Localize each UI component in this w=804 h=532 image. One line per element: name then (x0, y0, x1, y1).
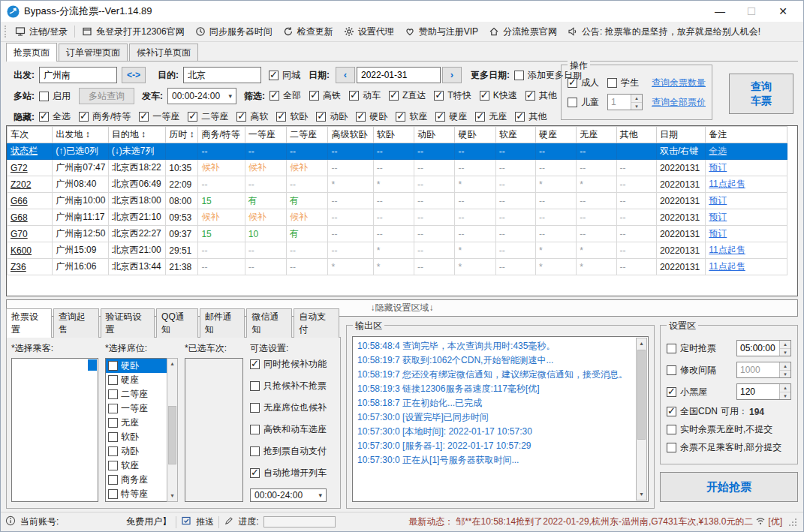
table-row[interactable]: G68广州南11:17北京西21:1009:53候补候补候补----------… (8, 209, 787, 226)
column-header[interactable]: 其他 (616, 127, 656, 143)
checkbox-K快速[interactable]: K快速 (480, 89, 517, 102)
toolbar-item-1[interactable]: 注销/登录 (10, 23, 73, 41)
column-header[interactable]: 硬卧 (455, 127, 495, 143)
table-row[interactable]: K600广州15:09北京西21:0029:51--------*--*--**… (8, 242, 787, 259)
child-count-stepper[interactable]: ▴▾ (607, 94, 643, 110)
checkbox-全部[interactable]: 全部 (270, 89, 301, 102)
scroll-up-icon[interactable]: ▴ (170, 359, 173, 369)
checkbox-T特快[interactable]: T特快 (434, 89, 471, 102)
checkbox-box[interactable] (108, 361, 118, 371)
toolbar-item-7[interactable]: 分流抢票官网 (483, 23, 562, 41)
scroll-down-icon[interactable]: ▾ (640, 489, 643, 500)
checkbox-box[interactable] (250, 425, 260, 434)
checkbox-box[interactable] (667, 365, 676, 375)
column-header[interactable]: 高级软卧 (328, 127, 373, 143)
checkbox-box[interactable] (667, 407, 676, 416)
timed-grab-stepper[interactable]: ▴▾ (736, 340, 791, 356)
tab-settings-5[interactable]: 邮件通知 (200, 308, 245, 338)
partial-submit-checkbox[interactable]: 余票不足乘客时,部分提交 (667, 441, 781, 454)
column-header[interactable]: 备注 (706, 127, 787, 143)
depart-input[interactable] (39, 67, 117, 83)
seat-option-二等座[interactable]: 二等座 (106, 387, 167, 401)
date-prev-button[interactable]: ‹ (336, 67, 355, 83)
seat-option-无座[interactable]: 无座 (106, 416, 167, 430)
date-input[interactable] (357, 67, 441, 83)
checkbox-box[interactable] (396, 112, 405, 122)
maximize-button[interactable]: ☐ (736, 2, 767, 21)
checkbox-无座[interactable]: 无座 (475, 110, 507, 123)
swap-stations-button[interactable]: <-> (122, 67, 146, 83)
column-header[interactable]: 无座 (577, 127, 616, 143)
checkbox-box[interactable] (435, 112, 445, 122)
select-all-link[interactable]: 全选 (709, 146, 727, 156)
column-header[interactable]: 硬座 (536, 127, 577, 143)
query-remaining-link[interactable]: 查询余票数量 (652, 77, 706, 89)
checkbox-box[interactable] (667, 443, 676, 452)
checkbox-box[interactable] (39, 92, 49, 101)
checkbox-box[interactable] (607, 78, 617, 88)
seat-option-硬座[interactable]: 硬座 (106, 373, 167, 387)
checkbox-box[interactable] (188, 112, 197, 122)
train-link[interactable]: G70 (11, 229, 28, 239)
query-tickets-button[interactable]: 查询 车票 (729, 74, 793, 114)
column-header[interactable]: 目的地 ↕ (108, 127, 165, 143)
checkbox-box[interactable] (667, 387, 676, 397)
checkbox-高铁和动车选座[interactable]: 高铁和动车选座 (250, 423, 336, 436)
checkbox-box[interactable] (250, 446, 260, 456)
train-link[interactable]: G68 (11, 212, 28, 223)
checkbox-全选[interactable]: 全选 (39, 110, 71, 123)
checkbox-同时抢候补功能[interactable]: 同时抢候补功能 (250, 358, 336, 371)
checkbox-box[interactable] (108, 446, 118, 456)
book-link[interactable]: 预订 (709, 228, 727, 239)
spinner-arrows-icon[interactable]: ▴▾ (779, 384, 790, 399)
checkbox-box[interactable] (514, 71, 524, 80)
seat-option-软卧[interactable]: 软卧 (106, 430, 167, 444)
tab-settings-4[interactable]: QQ通知 (156, 308, 198, 338)
seat-scrollbar[interactable]: ▴ ▾ (167, 358, 178, 502)
checkbox-box[interactable] (356, 112, 366, 122)
dest-input[interactable] (183, 67, 261, 83)
checkbox-box[interactable] (108, 489, 118, 499)
passenger-scroll-thumb[interactable] (88, 359, 97, 371)
adult-checkbox[interactable]: 成人 (568, 77, 599, 89)
spinner-arrows-icon[interactable]: ▴▾ (779, 362, 790, 377)
checkbox-高铁[interactable]: 高铁 (309, 89, 341, 102)
checkbox-box[interactable] (515, 112, 525, 122)
tab-main-3[interactable]: 候补订单页面 (129, 44, 198, 62)
train-link[interactable]: K600 (11, 245, 32, 256)
spinner-arrows-icon[interactable]: ▴▾ (631, 95, 642, 110)
cdn-checkbox[interactable]: 全国CDN (667, 405, 718, 418)
checkbox-其他[interactable]: 其他 (525, 89, 557, 102)
output-log[interactable]: 10:58:48:4 查询完毕，本次查询共用时:435毫秒。10:58:19:7… (352, 336, 649, 502)
table-row[interactable]: Z202广州08:40北京西06:4922:09------**--*--**-… (8, 176, 787, 193)
checkbox-box[interactable] (108, 475, 118, 485)
train-link[interactable]: 状态栏 (11, 146, 38, 156)
checkbox-一等座[interactable]: 一等座 (139, 110, 179, 123)
query-prices-link[interactable]: 查询全部票价 (652, 96, 706, 109)
checkbox-box[interactable] (108, 375, 118, 385)
checkbox-其他[interactable]: 其他 (515, 110, 547, 123)
checkbox-box[interactable] (108, 404, 118, 413)
multi-query-button[interactable]: 多站查询 (79, 88, 134, 104)
blackroom-stepper[interactable]: ▴▾ (736, 383, 791, 400)
book-link[interactable]: 11点起售 (709, 261, 745, 272)
column-header[interactable]: 车次 (8, 127, 53, 143)
book-link[interactable]: 预订 (709, 212, 727, 222)
train-link[interactable]: G72 (11, 163, 28, 173)
blackroom-checkbox[interactable]: 小黑屋 (667, 386, 707, 398)
child-count-input[interactable] (608, 95, 631, 110)
seat-option-硬卧[interactable]: 硬卧 (106, 359, 167, 373)
checkbox-box[interactable] (269, 71, 279, 80)
tab-main-2[interactable]: 订单管理页面 (59, 44, 128, 62)
book-link[interactable]: 预订 (709, 195, 727, 206)
train-link[interactable]: Z36 (11, 262, 26, 272)
checkbox-box[interactable] (349, 91, 359, 101)
checkbox-硬卧[interactable]: 硬卧 (356, 110, 387, 123)
checkbox-box[interactable] (316, 112, 326, 122)
checkbox-box[interactable] (79, 112, 89, 122)
column-header[interactable]: 软座 (495, 127, 535, 143)
checkbox-box[interactable] (250, 359, 260, 369)
checkbox-box[interactable] (434, 91, 444, 101)
status-row[interactable]: 状态栏(↑)已选0列(↓)未选7列--------------------双击/… (8, 143, 787, 160)
interval-checkbox[interactable]: 修改间隔 (667, 364, 716, 377)
